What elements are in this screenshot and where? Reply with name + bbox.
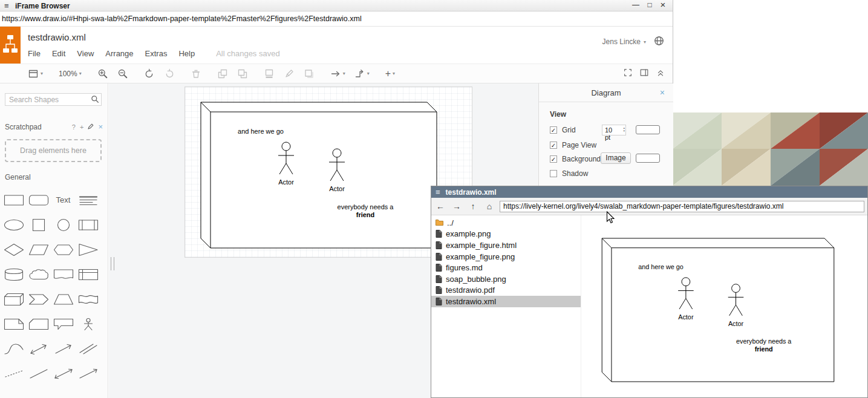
file-row[interactable]: example.png xyxy=(431,229,581,240)
add-icon[interactable]: + xyxy=(80,123,83,131)
menu-view[interactable]: View xyxy=(77,49,94,58)
menu-file[interactable]: File xyxy=(28,49,41,58)
shape-process[interactable] xyxy=(76,213,100,237)
format-panel-button[interactable] xyxy=(639,68,649,79)
fullscreen-button[interactable] xyxy=(623,68,633,79)
spinner-down-icon[interactable]: ▾ xyxy=(623,129,625,132)
shape-cylinder[interactable] xyxy=(2,263,26,287)
menu-edit[interactable]: Edit xyxy=(52,49,65,58)
zoom-out-button[interactable] xyxy=(117,68,128,79)
shape-line[interactable] xyxy=(27,362,51,386)
tab-diagram[interactable]: Diagram xyxy=(591,88,621,97)
shape-rectangle[interactable] xyxy=(2,188,26,212)
window-menu-icon[interactable]: ≡ xyxy=(4,1,9,10)
maximize-button[interactable]: □ xyxy=(644,1,655,9)
grid-checkbox[interactable]: ✓ xyxy=(550,126,557,134)
shape-circle[interactable] xyxy=(51,213,76,237)
sidebar-splitter-handle[interactable] xyxy=(111,257,114,270)
menu-extras[interactable]: Extras xyxy=(145,49,168,58)
file-row[interactable]: example_figure.png xyxy=(431,251,581,263)
diagram[interactable]: and here we go Actor Actor everybody nee… xyxy=(200,102,437,249)
user-menu[interactable]: Jens Lincke ▾ xyxy=(602,38,646,46)
shadow-checkbox[interactable] xyxy=(550,170,557,177)
connection-button[interactable]: ▾ xyxy=(330,68,345,79)
grid-color-swatch[interactable] xyxy=(636,125,660,134)
panel-close-icon[interactable]: × xyxy=(660,83,665,102)
shape-cube[interactable] xyxy=(2,287,26,312)
page-view-checkbox[interactable]: ✓ xyxy=(550,142,557,149)
delete-button[interactable] xyxy=(191,68,201,79)
shape-bidirectional-connector[interactable] xyxy=(51,362,76,386)
shape-dotted-line[interactable] xyxy=(2,362,26,386)
shape-rounded-rectangle[interactable] xyxy=(27,188,51,212)
image-button[interactable]: Image xyxy=(601,152,631,164)
line-color-button[interactable] xyxy=(284,68,295,79)
file-row[interactable]: soap_bubble.png xyxy=(431,273,581,285)
section-general[interactable]: General xyxy=(5,173,31,181)
url-bar[interactable]: https://www.draw.io/#Hhpi-swa-lab%2Fmark… xyxy=(0,11,673,27)
shape-step[interactable] xyxy=(27,287,51,312)
shape-parallelogram[interactable] xyxy=(27,238,51,262)
file-row[interactable]: testdrawio.pdf xyxy=(431,285,581,296)
background-checkbox[interactable]: ✓ xyxy=(550,155,557,163)
to-front-button[interactable] xyxy=(217,68,228,79)
view-dropdown[interactable]: ▾ xyxy=(28,68,43,79)
menu-help[interactable]: Help xyxy=(178,49,195,58)
waypoints-button[interactable]: ▾ xyxy=(354,68,370,79)
shape-callout[interactable] xyxy=(51,312,76,336)
up-button[interactable]: ↑ xyxy=(467,200,479,213)
grid-size-input[interactable]: 10 pt ▴ ▾ xyxy=(602,125,626,135)
minimize-button[interactable]: — xyxy=(630,1,641,9)
file-browser-titlebar[interactable]: ≡ testdrawio.xml xyxy=(431,186,867,198)
file-row[interactable]: figures.md xyxy=(431,262,581,273)
shape-trapezoid[interactable] xyxy=(51,287,76,312)
shape-diamond[interactable] xyxy=(2,238,26,262)
search-input[interactable] xyxy=(5,93,102,106)
shape-curve[interactable] xyxy=(2,337,26,361)
window-titlebar[interactable]: ≡ iFrame Browser — □ × xyxy=(0,0,673,11)
collapse-toolbar-button[interactable] xyxy=(656,68,665,79)
shape-actor[interactable] xyxy=(76,312,100,336)
menu-arrange[interactable]: Arrange xyxy=(105,49,133,58)
shape-arrow[interactable] xyxy=(51,337,76,361)
redo-button[interactable] xyxy=(164,68,175,79)
language-globe-icon[interactable] xyxy=(654,36,664,48)
shape-textbox[interactable] xyxy=(76,188,100,212)
shape-bidirectional-arrow[interactable] xyxy=(27,337,51,361)
close-button[interactable]: × xyxy=(658,0,668,10)
shape-internal-storage[interactable] xyxy=(76,263,100,287)
file-row[interactable]: example_figure.html xyxy=(431,240,581,251)
window-menu-icon[interactable]: ≡ xyxy=(436,188,440,197)
shape-link[interactable] xyxy=(76,337,100,361)
background-color-swatch[interactable] xyxy=(636,154,660,163)
zoom-in-button[interactable] xyxy=(97,68,108,79)
back-button[interactable]: ← xyxy=(434,200,446,213)
shape-tape[interactable] xyxy=(76,287,100,312)
search-shapes-box[interactable] xyxy=(5,93,102,106)
edit-pencil-icon[interactable] xyxy=(88,123,94,131)
shape-text[interactable]: Text xyxy=(51,188,76,212)
search-icon[interactable] xyxy=(91,95,99,105)
shape-ellipse[interactable] xyxy=(2,213,26,237)
home-button[interactable]: ⌂ xyxy=(483,200,495,213)
file-row[interactable]: ../ xyxy=(431,217,581,229)
shape-triangle[interactable] xyxy=(76,238,100,262)
scratchpad-drop-area[interactable]: Drag elements here xyxy=(5,139,102,162)
shape-directional-connector[interactable] xyxy=(76,362,100,386)
shape-card[interactable] xyxy=(27,312,51,336)
forward-button[interactable]: → xyxy=(451,200,463,213)
shape-note[interactable] xyxy=(2,312,26,336)
shadow-button[interactable] xyxy=(304,68,315,79)
insert-button[interactable]: + ▾ xyxy=(385,68,395,79)
to-back-button[interactable] xyxy=(237,68,248,79)
cube-shape[interactable] xyxy=(201,102,437,248)
address-input[interactable] xyxy=(500,201,864,212)
help-icon[interactable]: ? xyxy=(72,123,76,131)
undo-button[interactable] xyxy=(144,68,155,79)
shape-square[interactable] xyxy=(27,213,51,237)
file-row[interactable]: testdrawio.xml xyxy=(431,296,581,307)
shape-hexagon[interactable] xyxy=(51,238,76,262)
fill-color-button[interactable] xyxy=(264,68,275,79)
scratchpad-close-icon[interactable]: × xyxy=(98,122,103,131)
shape-cloud[interactable] xyxy=(27,263,51,287)
